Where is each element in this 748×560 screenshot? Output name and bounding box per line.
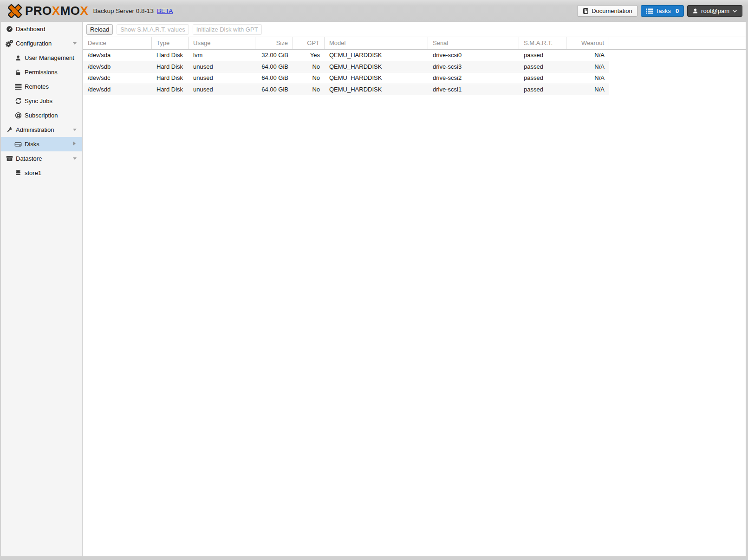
- cell-wearout: N/A: [566, 61, 609, 72]
- hdd-icon: [14, 141, 22, 148]
- sidebar-item-user-management[interactable]: User Management: [1, 51, 82, 65]
- cell-type: Hard Disk: [152, 61, 189, 72]
- cell-device: /dev/sda: [83, 50, 152, 61]
- column-header-usage[interactable]: Usage: [189, 37, 255, 49]
- cell-usage: unused: [189, 61, 255, 72]
- documentation-label: Documentation: [592, 7, 632, 14]
- cell-wearout: N/A: [566, 72, 609, 84]
- sidebar-item-label: Remotes: [25, 83, 49, 90]
- sidebar-item-store1[interactable]: store1: [1, 166, 82, 180]
- column-header-gpt[interactable]: GPT: [293, 37, 325, 49]
- cell-serial: drive-scsi2: [428, 72, 519, 84]
- user-icon: [692, 8, 698, 14]
- sidebar-item-label: Subscription: [25, 112, 58, 119]
- chevron-down-icon: [732, 9, 737, 13]
- sidebar-item-remotes[interactable]: Remotes: [1, 79, 82, 94]
- proxmox-x-icon: [7, 3, 23, 20]
- sidebar-item-label: Dashboard: [16, 26, 46, 33]
- cell-size: 64.00 GiB: [255, 61, 293, 72]
- dashboard-icon: [6, 26, 13, 33]
- proxmox-logo: PROXMOX: [7, 3, 88, 20]
- sidebar-item-configuration[interactable]: Configuration: [1, 36, 82, 51]
- table-row-dev-sdd[interactable]: /dev/sddHard Diskunused64.00 GiBNoQEMU_H…: [83, 84, 609, 96]
- tasks-count-badge: 0: [676, 7, 679, 14]
- cell-wearout: N/A: [566, 50, 609, 61]
- collapse-arrow-icon[interactable]: [73, 42, 77, 45]
- sidebar-item-sync-jobs[interactable]: Sync Jobs: [1, 94, 82, 108]
- column-header-size[interactable]: Size: [255, 37, 293, 49]
- cell-usage: unused: [189, 84, 255, 95]
- list-icon: [14, 83, 22, 91]
- sync-icon: [14, 98, 22, 105]
- collapse-arrow-icon[interactable]: [73, 129, 77, 131]
- sidebar-item-subscription[interactable]: Subscription: [1, 108, 82, 123]
- cell-gpt: No: [293, 61, 325, 72]
- cell-model: QEMU_HARDDISK: [325, 84, 428, 95]
- gears-icon: [6, 40, 13, 47]
- lifering-icon: [14, 112, 22, 119]
- sidebar-item-administration[interactable]: Administration: [1, 123, 82, 137]
- sidebar-item-datastore[interactable]: Datastore: [1, 151, 82, 166]
- documentation-button[interactable]: Documentation: [577, 5, 637, 17]
- page-title: Backup Server 0.8-13: [93, 7, 154, 14]
- table-row-dev-sdc[interactable]: /dev/sdcHard Diskunused64.00 GiBNoQEMU_H…: [83, 72, 609, 84]
- beta-link[interactable]: BETA: [157, 7, 173, 14]
- sidebar-item-disks[interactable]: Disks: [1, 137, 82, 151]
- column-header-s-m-a-r-t-[interactable]: S.M.A.R.T.: [519, 37, 566, 49]
- database-icon: [14, 169, 22, 177]
- book-icon: [582, 8, 589, 14]
- cell-model: QEMU_HARDDISK: [325, 61, 428, 72]
- column-header-type[interactable]: Type: [152, 37, 189, 49]
- cell-gpt: No: [293, 72, 325, 84]
- wrench-icon: [6, 126, 13, 134]
- navigation-sidebar: DashboardConfigurationUser ManagementPer…: [1, 22, 83, 556]
- cell-serial: drive-scsi1: [428, 84, 519, 95]
- sidebar-item-label: Administration: [16, 126, 54, 133]
- cell-size: 64.00 GiB: [255, 72, 293, 84]
- cell-type: Hard Disk: [152, 50, 189, 61]
- sidebar-item-label: Sync Jobs: [25, 98, 52, 104]
- cell-serial: drive-scsi0: [428, 50, 519, 61]
- user-label: root@pam: [701, 7, 729, 14]
- column-header-device[interactable]: Device: [83, 37, 152, 49]
- cell-s-m-a-r-t-: passed: [519, 84, 566, 95]
- cell-type: Hard Disk: [152, 84, 189, 95]
- cell-size: 32.00 GiB: [255, 50, 293, 61]
- proxmox-wordmark: PROXMOX: [25, 4, 88, 18]
- disks-toolbar: ReloadShow S.M.A.R.T. valuesInitialize D…: [83, 22, 746, 37]
- reload-button[interactable]: Reload: [86, 24, 113, 35]
- column-header-wearout[interactable]: Wearout: [566, 37, 609, 49]
- user-icon: [14, 54, 22, 62]
- cell-model: QEMU_HARDDISK: [325, 50, 428, 61]
- cell-size: 64.00 GiB: [255, 84, 293, 95]
- collapse-arrow-icon[interactable]: [73, 157, 77, 160]
- table-row-dev-sda[interactable]: /dev/sdaHard Disklvm32.00 GiBYesQEMU_HAR…: [83, 50, 609, 61]
- sidebar-item-permissions[interactable]: Permissions: [1, 65, 82, 79]
- tasks-button[interactable]: Tasks 0: [641, 5, 684, 17]
- column-header-filler: [609, 37, 746, 49]
- cell-s-m-a-r-t-: passed: [519, 61, 566, 72]
- unlock-icon: [14, 69, 22, 76]
- show-s-m-a-r-t-values-button: Show S.M.A.R.T. values: [117, 24, 189, 35]
- cell-device: /dev/sdd: [83, 84, 152, 95]
- cell-type: Hard Disk: [152, 72, 189, 84]
- cell-serial: drive-scsi3: [428, 61, 519, 72]
- content-panel: ReloadShow S.M.A.R.T. valuesInitialize D…: [83, 22, 746, 556]
- cell-usage: unused: [189, 72, 255, 84]
- table-row-dev-sdb[interactable]: /dev/sdbHard Diskunused64.00 GiBNoQEMU_H…: [83, 61, 609, 73]
- table-header-row: DeviceTypeUsageSizeGPTModelSerialS.M.A.R…: [83, 37, 746, 50]
- sidebar-item-label: User Management: [25, 54, 74, 61]
- sidebar-item-label: Permissions: [25, 69, 58, 76]
- archive-icon: [6, 155, 13, 163]
- sidebar-item-label: Configuration: [16, 40, 52, 47]
- sidebar-item-dashboard[interactable]: Dashboard: [1, 22, 82, 36]
- user-menu-button[interactable]: root@pam: [687, 5, 742, 17]
- column-header-model[interactable]: Model: [325, 37, 428, 49]
- cell-device: /dev/sdc: [83, 72, 152, 84]
- column-header-serial[interactable]: Serial: [428, 37, 519, 49]
- cell-s-m-a-r-t-: passed: [519, 72, 566, 84]
- sidebar-item-label: store1: [25, 169, 41, 176]
- task-list-icon: [646, 8, 653, 14]
- top-header: PROXMOX Backup Server 0.8-13 BETA Docume…: [0, 0, 748, 22]
- cell-usage: lvm: [189, 50, 255, 61]
